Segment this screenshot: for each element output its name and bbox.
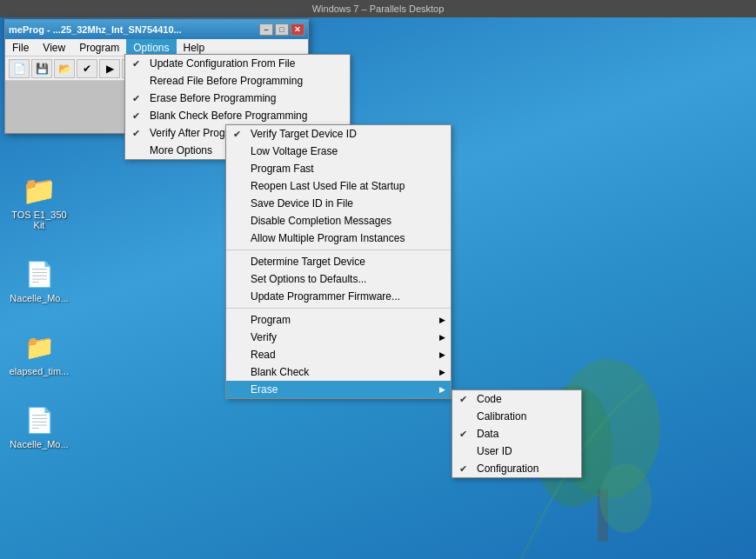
- erase-code[interactable]: ✔ Code: [452, 390, 581, 408]
- file2-icon: 📄: [22, 256, 57, 291]
- option-program-sub[interactable]: ✔ Program: [226, 311, 451, 329]
- title-bar-buttons: – □ ✕: [259, 23, 304, 36]
- desktop-icon-file4[interactable]: 📄 Nacelle_Mo...: [9, 403, 70, 449]
- option-save-device-id[interactable]: ✔ Save Device ID in File: [226, 195, 451, 212]
- menu-view[interactable]: View: [36, 39, 72, 56]
- file3-icon: 📁: [22, 329, 57, 364]
- toolbar-save[interactable]: 💾: [31, 59, 52, 78]
- file4-label: Nacelle_Mo...: [10, 439, 68, 449]
- option-blank-check-sub[interactable]: ✔ Blank Check: [226, 363, 451, 381]
- option-set-defaults[interactable]: ✔ Set Options to Defaults...: [226, 270, 451, 288]
- option-disable-completion[interactable]: ✔ Disable Completion Messages: [226, 212, 451, 230]
- minimize-button[interactable]: –: [259, 23, 273, 36]
- close-button[interactable]: ✕: [291, 23, 304, 36]
- check-erase-configuration: ✔: [459, 463, 467, 475]
- parallels-bar-text: Windows 7 – Parallels Desktop: [312, 3, 445, 14]
- option-determine-target[interactable]: ✔ Determine Target Device: [226, 253, 451, 270]
- app-title: meProg - ...25_32Mhz_Int_SN754410...: [9, 24, 182, 35]
- menu-program[interactable]: Program: [72, 39, 126, 56]
- option-update-firmware[interactable]: ✔ Update Programmer Firmware...: [226, 288, 451, 305]
- desktop-icon-file1[interactable]: 📁 TOS E1_350Kit: [9, 173, 70, 230]
- option-reread-file[interactable]: ✔ Reread File Before Programming: [125, 72, 350, 90]
- parallels-bar: Windows 7 – Parallels Desktop: [0, 0, 756, 17]
- erase-data[interactable]: ✔ Data: [452, 425, 581, 443]
- toolbar-check[interactable]: ✔: [77, 59, 97, 78]
- more-options-submenu: ✔ Verify Target Device ID ✔ Low Voltage …: [225, 124, 452, 399]
- option-allow-multiple[interactable]: ✔ Allow Multiple Program Instances: [226, 230, 451, 247]
- check-blank-check: ✔: [132, 110, 140, 122]
- option-verify-sub[interactable]: ✔ Verify: [226, 329, 451, 346]
- option-update-config[interactable]: ✔ Update Configuration From File: [125, 55, 350, 72]
- desktop-icon-file3[interactable]: 📁 elapsed_tim...: [9, 329, 70, 376]
- file1-icon: 📁: [22, 173, 57, 208]
- check-erase-code: ✔: [459, 394, 467, 405]
- option-reopen-last[interactable]: ✔ Reopen Last Used File at Startup: [226, 177, 451, 195]
- svg-point-3: [599, 463, 652, 533]
- option-program-fast[interactable]: ✔ Program Fast: [226, 160, 451, 177]
- file2-label: Nacelle_Mo...: [10, 293, 68, 303]
- option-erase-before[interactable]: ✔ Erase Before Programming: [125, 90, 350, 107]
- file3-label: elapsed_tim...: [10, 366, 69, 376]
- option-blank-check[interactable]: ✔ Blank Check Before Programming: [125, 107, 350, 124]
- menu-file[interactable]: File: [5, 39, 36, 56]
- toolbar-open[interactable]: 📂: [54, 59, 75, 78]
- separator-1: [226, 250, 451, 250]
- check-verify-after: ✔: [132, 128, 140, 139]
- option-erase-sub[interactable]: ✔ Erase: [226, 381, 451, 398]
- file4-icon: 📄: [22, 403, 57, 437]
- erase-calibration[interactable]: ✔ Calibration: [452, 408, 581, 425]
- title-bar: meProg - ...25_32Mhz_Int_SN754410... – □…: [5, 20, 308, 39]
- desktop-icon-file2[interactable]: 📄 Nacelle_Mo...: [9, 256, 70, 303]
- erase-configuration[interactable]: ✔ Configuration: [452, 460, 581, 477]
- erase-user-id[interactable]: ✔ User ID: [452, 443, 581, 460]
- check-erase-data: ✔: [459, 429, 467, 440]
- erase-submenu: ✔ Code ✔ Calibration ✔ Data ✔ User ID ✔ …: [452, 389, 582, 478]
- option-low-voltage[interactable]: ✔ Low Voltage Erase: [226, 143, 451, 160]
- toolbar-new[interactable]: 📄: [9, 59, 30, 78]
- option-verify-target[interactable]: ✔ Verify Target Device ID: [226, 125, 451, 143]
- check-erase-before: ✔: [132, 93, 140, 104]
- maximize-button[interactable]: □: [275, 23, 289, 36]
- check-update-config: ✔: [132, 58, 140, 70]
- option-read-sub[interactable]: ✔ Read: [226, 346, 451, 363]
- toolbar-play[interactable]: ▶: [99, 59, 120, 78]
- desktop: Windows 7 – Parallels Desktop 🖥️ Windows…: [0, 0, 756, 559]
- check-verify-target: ✔: [233, 129, 241, 140]
- separator-2: [226, 308, 451, 309]
- file1-label: TOS E1_350Kit: [11, 210, 66, 230]
